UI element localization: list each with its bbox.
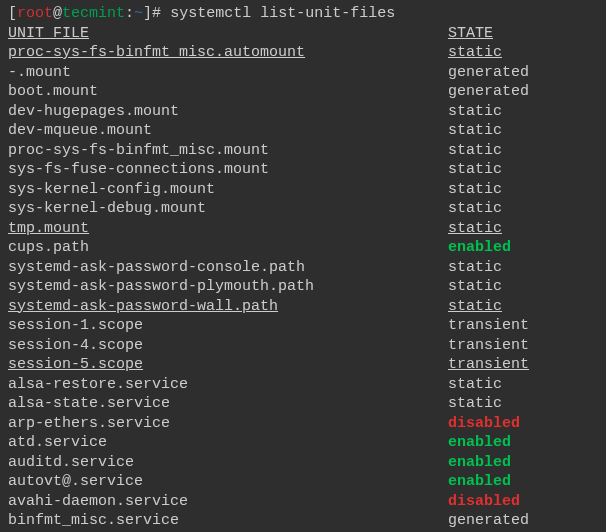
unit-file-cell: arp-ethers.service xyxy=(8,414,448,434)
prompt-lbracket: [ xyxy=(8,5,17,22)
unit-file-cell: sys-fs-fuse-connections.mount xyxy=(8,160,448,180)
table-row: -.mountgenerated xyxy=(8,63,598,83)
table-row: dev-hugepages.mountstatic xyxy=(8,102,598,122)
table-row: session-4.scopetransient xyxy=(8,336,598,356)
table-header: UNIT FILE STATE xyxy=(8,24,598,44)
state-cell: static xyxy=(448,180,548,200)
unit-file-cell: boot.mount xyxy=(8,82,448,102)
state-cell: static xyxy=(448,219,548,239)
table-row: systemd-ask-password-console.pathstatic xyxy=(8,258,598,278)
table-row: proc-sys-fs-binfmt_misc.automountstatic xyxy=(8,43,598,63)
state-cell: disabled xyxy=(448,492,548,512)
state-cell: static xyxy=(448,258,548,278)
table-row: systemd-ask-password-plymouth.pathstatic xyxy=(8,277,598,297)
table-row: alsa-restore.servicestatic xyxy=(8,375,598,395)
state-cell: generated xyxy=(448,82,548,102)
prompt-hash: # xyxy=(152,5,170,22)
prompt-path: ~ xyxy=(134,5,143,22)
table-row: sys-fs-fuse-connections.mountstatic xyxy=(8,160,598,180)
state-cell: transient xyxy=(448,355,548,375)
unit-file-cell: avahi-daemon.service xyxy=(8,492,448,512)
table-body: proc-sys-fs-binfmt_misc.automountstatic-… xyxy=(8,43,598,532)
table-row: sys-kernel-debug.mountstatic xyxy=(8,199,598,219)
unit-file-cell: atd.service xyxy=(8,433,448,453)
prompt-host: tecmint xyxy=(62,5,125,22)
unit-file-cell: systemd-ask-password-console.path xyxy=(8,258,448,278)
state-cell: static xyxy=(448,160,548,180)
state-cell: transient xyxy=(448,316,548,336)
table-row: atd.serviceenabled xyxy=(8,433,598,453)
table-row: proc-sys-fs-binfmt_misc.mountstatic xyxy=(8,141,598,161)
table-row: sys-kernel-config.mountstatic xyxy=(8,180,598,200)
state-cell: disabled xyxy=(448,414,548,434)
table-row: systemd-ask-password-wall.pathstatic xyxy=(8,297,598,317)
table-row: session-5.scopetransient xyxy=(8,355,598,375)
table-row: autovt@.serviceenabled xyxy=(8,472,598,492)
table-row: dev-mqueue.mountstatic xyxy=(8,121,598,141)
state-cell: generated xyxy=(448,63,548,83)
unit-file-cell: binfmt_misc.service xyxy=(8,511,448,531)
state-cell: static xyxy=(448,277,548,297)
state-cell: static xyxy=(448,102,548,122)
state-cell: transient xyxy=(448,336,548,356)
state-cell: enabled xyxy=(448,433,548,453)
unit-file-cell: autovt@.service xyxy=(8,472,448,492)
prompt-at: @ xyxy=(53,5,62,22)
state-cell: static xyxy=(448,297,548,317)
table-row: tmp.mountstatic xyxy=(8,219,598,239)
table-row: binfmt_misc.servicegenerated xyxy=(8,511,598,531)
unit-file-cell: -.mount xyxy=(8,63,448,83)
state-cell: static xyxy=(448,199,548,219)
unit-file-cell: auditd.service xyxy=(8,453,448,473)
unit-file-cell: alsa-restore.service xyxy=(8,375,448,395)
state-cell: static xyxy=(448,394,548,414)
command-input[interactable]: systemctl list-unit-files xyxy=(170,5,395,22)
table-row: alsa-state.servicestatic xyxy=(8,394,598,414)
unit-file-cell: proc-sys-fs-binfmt_misc.automount xyxy=(8,43,448,63)
unit-file-cell: tmp.mount xyxy=(8,219,448,239)
state-cell: static xyxy=(448,141,548,161)
state-cell: enabled xyxy=(448,472,548,492)
prompt-user: root xyxy=(17,5,53,22)
state-cell: static xyxy=(448,121,548,141)
state-cell: static xyxy=(448,43,548,63)
table-row: boot.mountgenerated xyxy=(8,82,598,102)
table-row: cups.pathenabled xyxy=(8,238,598,258)
unit-file-cell: sys-kernel-debug.mount xyxy=(8,199,448,219)
header-unit-file: UNIT FILE xyxy=(8,24,448,44)
unit-file-cell: cups.path xyxy=(8,238,448,258)
unit-file-cell: session-5.scope xyxy=(8,355,448,375)
header-state: STATE xyxy=(448,24,548,44)
table-row: arp-ethers.servicedisabled xyxy=(8,414,598,434)
unit-file-cell: alsa-state.service xyxy=(8,394,448,414)
unit-file-cell: systemd-ask-password-plymouth.path xyxy=(8,277,448,297)
unit-file-cell: session-4.scope xyxy=(8,336,448,356)
state-cell: static xyxy=(448,375,548,395)
terminal-prompt: [root@tecmint:~]# systemctl list-unit-fi… xyxy=(8,4,598,24)
table-row: auditd.serviceenabled xyxy=(8,453,598,473)
table-row: session-1.scopetransient xyxy=(8,316,598,336)
unit-file-cell: systemd-ask-password-wall.path xyxy=(8,297,448,317)
unit-file-cell: session-1.scope xyxy=(8,316,448,336)
state-cell: enabled xyxy=(448,453,548,473)
prompt-rbracket: ] xyxy=(143,5,152,22)
state-cell: generated xyxy=(448,511,548,531)
unit-file-cell: sys-kernel-config.mount xyxy=(8,180,448,200)
unit-file-cell: proc-sys-fs-binfmt_misc.mount xyxy=(8,141,448,161)
prompt-colon: : xyxy=(125,5,134,22)
unit-file-cell: dev-mqueue.mount xyxy=(8,121,448,141)
unit-file-cell: dev-hugepages.mount xyxy=(8,102,448,122)
state-cell: enabled xyxy=(448,238,548,258)
table-row: avahi-daemon.servicedisabled xyxy=(8,492,598,512)
